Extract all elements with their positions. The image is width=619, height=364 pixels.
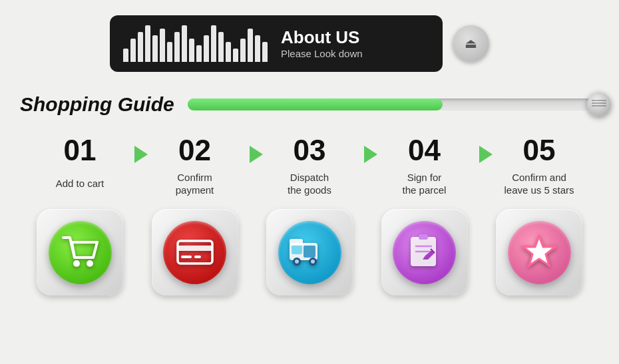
eq-bar xyxy=(211,25,216,62)
step-5-button[interactable] xyxy=(496,209,582,295)
eq-bar xyxy=(130,39,136,62)
equalizer-icon xyxy=(123,25,268,62)
svg-rect-13 xyxy=(304,246,315,258)
eq-bar xyxy=(248,29,253,62)
eq-bar xyxy=(226,42,231,62)
svg-point-10 xyxy=(295,260,299,264)
arrow-3 xyxy=(364,146,377,163)
step-3-number: 03 xyxy=(294,136,326,165)
eject-icon: ⏏ xyxy=(465,37,477,50)
guide-section: Shopping Guide 01 Add to cart xyxy=(20,93,599,295)
star-icon xyxy=(518,231,561,274)
step-2-number: 02 xyxy=(178,136,211,165)
svg-point-0 xyxy=(73,260,80,267)
step-4-number: 04 xyxy=(408,136,441,165)
step-1-number: 01 xyxy=(64,136,97,165)
sign-icon xyxy=(404,232,445,273)
cart-icon xyxy=(60,234,100,271)
eject-button[interactable]: ⏏ xyxy=(453,25,489,62)
eq-bar xyxy=(255,35,260,62)
eq-bar xyxy=(138,32,143,62)
eq-bar xyxy=(160,29,165,62)
eq-bar xyxy=(218,32,224,62)
svg-point-12 xyxy=(311,260,315,264)
step-5-number: 05 xyxy=(523,136,556,165)
step-5: 05 Confirm andleave us 5 stars xyxy=(486,136,592,295)
svg-rect-3 xyxy=(178,246,212,251)
step-1-button[interactable] xyxy=(37,209,123,295)
banner-dark: About US Please Look down xyxy=(110,15,443,72)
svg-marker-19 xyxy=(523,236,555,266)
header-banner: About US Please Look down ⏏ xyxy=(110,13,509,73)
eq-bar xyxy=(123,49,128,62)
step-4: 04 Sign forthe parcel xyxy=(371,136,478,295)
eq-bar xyxy=(167,42,172,62)
step-1: 01 Add to cart xyxy=(27,136,133,295)
eq-bar xyxy=(240,39,246,62)
guide-header: Shopping Guide xyxy=(20,93,599,116)
eq-bar xyxy=(233,49,238,62)
arrow-4 xyxy=(479,146,493,163)
banner-title: About US xyxy=(281,27,363,48)
eq-bar xyxy=(182,25,187,62)
step-4-button[interactable] xyxy=(381,209,468,295)
truck-icon-circle xyxy=(278,221,341,284)
svg-rect-2 xyxy=(178,241,212,264)
arrow-2 xyxy=(250,146,263,163)
step-4-label: Sign forthe parcel xyxy=(403,169,447,198)
eq-bar xyxy=(196,45,202,62)
step-2: 02 Confirmpayment xyxy=(142,136,248,295)
step-3-label: Dispatchthe goods xyxy=(288,169,331,198)
truck-icon xyxy=(286,233,333,272)
guide-title: Shopping Guide xyxy=(20,93,174,116)
svg-rect-7 xyxy=(292,245,302,254)
step-2-button[interactable] xyxy=(152,209,238,295)
eq-bar xyxy=(204,35,209,62)
eq-bar xyxy=(189,39,194,62)
slider-thumb[interactable] xyxy=(587,92,611,116)
svg-rect-4 xyxy=(181,256,192,258)
payment-icon xyxy=(174,236,216,269)
arrow-1 xyxy=(134,146,148,163)
svg-rect-15 xyxy=(419,234,428,240)
eq-bar xyxy=(174,32,180,62)
sign-icon-circle xyxy=(393,221,456,284)
svg-rect-5 xyxy=(194,256,201,258)
step-3-button[interactable] xyxy=(266,209,353,295)
eq-bar xyxy=(145,25,150,62)
slider-track[interactable] xyxy=(188,98,599,110)
step-1-label: Add to cart xyxy=(56,169,104,198)
step-5-label: Confirm andleave us 5 stars xyxy=(504,169,574,198)
banner-text: About US Please Look down xyxy=(281,27,363,59)
star-icon-circle xyxy=(508,221,571,284)
payment-icon-circle xyxy=(163,221,226,284)
eq-bar xyxy=(152,35,158,62)
svg-point-1 xyxy=(87,260,93,267)
banner-subtitle: Please Look down xyxy=(281,48,363,59)
cart-icon-circle xyxy=(49,221,112,284)
step-2-label: Confirmpayment xyxy=(176,169,214,198)
slider-fill xyxy=(188,98,443,110)
step-3: 03 Dispatchthe goods xyxy=(256,136,363,295)
svg-rect-8 xyxy=(290,239,303,246)
steps-row: 01 Add to cart 02 Confirmpayment xyxy=(20,136,599,295)
eq-bar xyxy=(262,42,268,62)
